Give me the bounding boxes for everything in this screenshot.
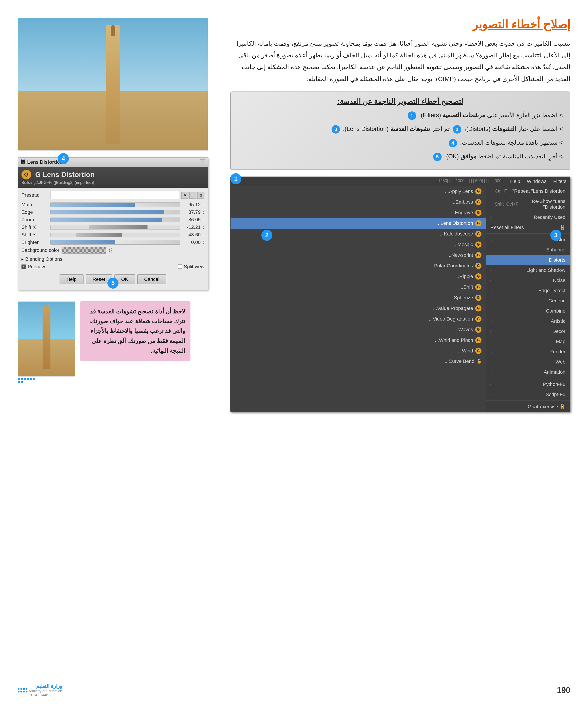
submenu-waves[interactable]: G Waves...	[231, 324, 486, 335]
gimp-logo: G	[22, 170, 31, 180]
badge-1: 1	[230, 173, 241, 184]
footer-year: 2024 - 1446	[29, 693, 62, 697]
top-border-right	[570, 0, 570, 13]
menu-combine[interactable]: Combine ›	[486, 306, 570, 316]
submenu-ripple[interactable]: G Ripple...	[231, 271, 486, 282]
topbar-windows[interactable]: Windows	[527, 179, 547, 184]
step-2: > اضغط على خيار التشوهات (Distorts)، 2 ث…	[238, 123, 563, 135]
topbar-help[interactable]: Help	[510, 179, 520, 184]
lens-distortion-dialog: 4 🖼 Lens Distortion × G G Lens Distortio…	[18, 157, 208, 290]
submenu-newsprint[interactable]: G Newsprint...	[231, 250, 486, 261]
submenu-apply-lens[interactable]: G Apply Lens...	[231, 186, 486, 197]
submenu-video-degradation[interactable]: G Video Degradation...	[231, 314, 486, 324]
menu-enhance[interactable]: Enhance ›	[486, 245, 570, 255]
menu-noise[interactable]: Noise ›	[486, 275, 570, 285]
menu-render[interactable]: Render ›	[486, 347, 570, 357]
g-badge: G	[475, 326, 481, 333]
g-badge: G	[475, 252, 481, 258]
submenu-emboss[interactable]: G Emboss...	[231, 197, 486, 207]
g-badge: G	[475, 188, 481, 195]
g-badge: G	[475, 273, 481, 280]
submenu-spherize[interactable]: G Spherize...	[231, 292, 486, 303]
presets-field[interactable]	[50, 191, 179, 199]
menu-separator-3	[486, 400, 570, 401]
bg-color-preview[interactable]	[62, 247, 106, 253]
submenu-shift[interactable]: G Shift...	[231, 282, 486, 292]
cancel-button[interactable]: Cancel	[137, 274, 166, 284]
zoom-slider[interactable]	[50, 218, 180, 222]
brighten-slider[interactable]	[50, 240, 180, 244]
submenu-whirl-pinch[interactable]: G Whirl and Pinch...	[231, 335, 486, 346]
zoom-value: 86.05 ↕	[182, 217, 204, 223]
menu-recently-used[interactable]: Recently Used ›	[486, 212, 570, 223]
shiftx-slider[interactable]	[50, 225, 180, 230]
edge-slider[interactable]	[50, 210, 180, 214]
step-badge-2: 2	[453, 125, 461, 133]
step-badge-1: 1	[408, 111, 416, 120]
menu-generic[interactable]: Generic ›	[486, 296, 570, 306]
instruction-box-title: لتصحيح أخطاء التصوير الناجمة عن العدسة:	[238, 97, 563, 106]
menu-goat-exercise[interactable]: 🔓 Goat-exercise	[486, 402, 570, 412]
g-badge: G	[475, 263, 481, 269]
submenu-wind[interactable]: G Wind...	[231, 346, 486, 356]
menu-repeat[interactable]: Repeat "Lens Distortion" Ctrl+F	[486, 186, 570, 196]
brighten-row: Brighten 0.00 ↕	[22, 239, 204, 245]
menu-animation[interactable]: Animation ›	[486, 367, 570, 377]
presets-actions: ∨ + ⧉	[182, 192, 204, 199]
page-title: إصلاح أخطاء التصوير	[230, 18, 570, 31]
blending-row: ▸ Blending Options	[22, 256, 204, 262]
dialog-titlebar: 🖼 Lens Distortion ×	[18, 157, 208, 167]
submenu-mosaic[interactable]: G Mosaic...	[231, 239, 486, 250]
page-number: 190	[557, 685, 570, 695]
presets-remove-btn[interactable]: ⧉	[197, 192, 204, 199]
menu-decor[interactable]: Decor ›	[486, 326, 570, 337]
bg-color-label: Background color	[22, 247, 60, 253]
g-badge: G	[475, 231, 481, 237]
menu-reshow[interactable]: Re-Show "Lens Distortion" Shift+Ctrl+F	[486, 196, 570, 212]
footer-logo-area: وزارة التعليم Ministry of Education 2024…	[18, 683, 62, 697]
menu-edge-detect[interactable]: Edge-Detect ›	[486, 285, 570, 296]
dialog-title: 🖼 Lens Distortion	[21, 159, 63, 165]
split-view-checkbox[interactable]	[178, 265, 182, 269]
dialog-close-button[interactable]: ×	[200, 159, 205, 165]
g-badge: G	[475, 337, 481, 343]
g-badge: G	[475, 209, 481, 216]
submenu-engrave[interactable]: G Engrave...	[231, 207, 486, 218]
help-button[interactable]: Help	[60, 274, 83, 284]
submenu-value-propagate[interactable]: G Value Propagate...	[231, 303, 486, 314]
submenu-curve-bend[interactable]: 🔓 Curve Bend...	[231, 356, 486, 366]
submenu-lens-distortion[interactable]: G Lens Distortion...	[231, 218, 486, 229]
split-view: Split view	[178, 264, 204, 270]
footer-logo: وزارة التعليم Ministry of Education 2024…	[18, 683, 62, 697]
step-3: > ستظهر نافذة معالجة تشوهات العدسات. 4	[238, 137, 563, 149]
presets-add-btn[interactable]: +	[189, 192, 196, 199]
dialog-subtitle: Building2.JPG-46 ([Building2] (imported)…	[22, 180, 204, 185]
badge-4: 4	[58, 153, 69, 164]
menu-artistic[interactable]: Artistic ›	[486, 316, 570, 326]
menu-right-panel: G Apply Lens... G Emboss... G Engrave...	[231, 186, 486, 412]
menu-left-panel: Repeat "Lens Distortion" Ctrl+F Re-Show …	[486, 186, 570, 412]
dots-decoration	[18, 378, 35, 383]
shiftx-label: Shift X	[22, 224, 48, 230]
menu-light-shadow[interactable]: Light and Shadow ›	[486, 265, 570, 275]
shifty-value: -43.60 ↕	[182, 232, 204, 238]
menu-script-fu[interactable]: Script-Fu ›	[486, 389, 570, 400]
shifty-slider[interactable]	[50, 233, 180, 237]
step-4: > أجرِ التعديلات المناسبة ثم اضغط موافق …	[238, 150, 563, 162]
submenu-polar-coordinates[interactable]: G Polar Coordinates...	[231, 261, 486, 271]
dialog-body: Presets: ∨ + ⧉ Main	[18, 188, 208, 290]
shiftx-row: Shift X -12.21 ↕	[22, 224, 204, 230]
step-1: > اضغط بزر الفأرة الأيسر على مرشحات التص…	[238, 109, 563, 121]
menu-web[interactable]: Web ›	[486, 357, 570, 367]
menu-distorts[interactable]: Distorts ›	[486, 255, 570, 265]
main-slider[interactable]	[50, 202, 180, 207]
badge-5: 5	[107, 278, 118, 289]
topbar-filters[interactable]: Filters	[553, 179, 566, 184]
preview-check-mark[interactable]: ×	[22, 265, 26, 269]
menu-python-fu[interactable]: Python-Fu ›	[486, 379, 570, 389]
dialog-buttons: Help Reset OK Cancel 5	[22, 272, 204, 286]
menu-topbar[interactable]: Filters Windows Help | 000 | | | | | |50…	[231, 177, 570, 186]
menu-map[interactable]: Map ›	[486, 337, 570, 347]
footer: وزارة التعليم Ministry of Education 2024…	[18, 683, 570, 697]
presets-dropdown-btn[interactable]: ∨	[182, 192, 189, 199]
